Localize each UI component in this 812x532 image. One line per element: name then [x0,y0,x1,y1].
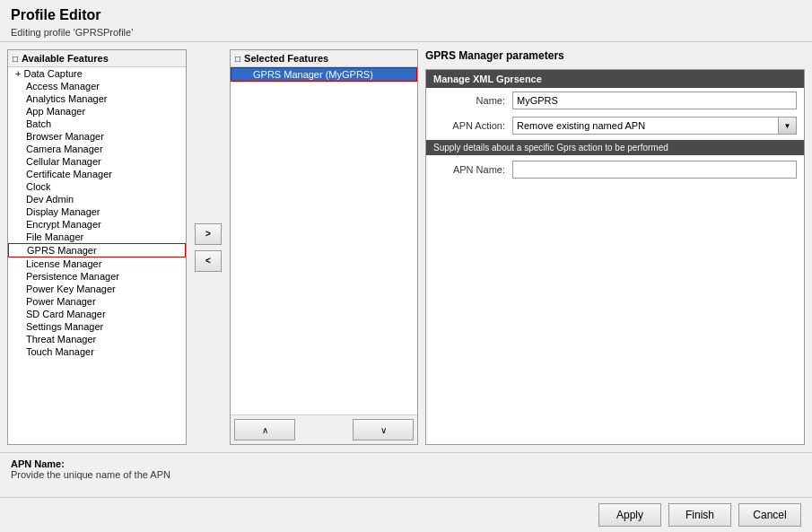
feature-item-browser-manager[interactable]: Browser Manager [8,130,186,143]
arrows-panel: > < [190,49,226,445]
cancel-button[interactable]: Cancel [738,503,801,527]
selected-collapse-icon[interactable]: □ [235,54,240,64]
feature-item-certificate-manager[interactable]: Certificate Manager [8,168,186,180]
available-panel-header: □ Available Features [8,50,186,67]
feature-item-clock[interactable]: Clock [8,180,186,193]
page-title: Profile Editor [11,7,801,23]
apn-name-row: APN Name: [426,157,804,182]
status-field-name: APN Name: [11,458,801,469]
selected-list: GPRS Manager (MyGPRS) [231,67,417,414]
selected-panel-title: Selected Features [244,53,328,64]
feature-item-encrypt-manager[interactable]: Encrypt Manager [8,218,186,231]
feature-item-camera-manager[interactable]: Camera Manager [8,143,186,155]
apn-action-select[interactable]: Remove existing named APN ▼ [512,117,797,135]
finish-button[interactable]: Finish [668,503,731,527]
main-content: □ Available Features + Data Capture Acce… [0,42,812,452]
feature-item-sd-card-manager[interactable]: SD Card Manager [8,308,186,320]
feature-item-batch[interactable]: Batch [8,118,186,130]
params-content: Manage XML Gprsence Name: APN Action: Re… [425,69,805,445]
apply-button[interactable]: Apply [598,503,661,527]
feature-item-license-manager[interactable]: License Manager [8,257,186,270]
selected-panel: □ Selected Features GPRS Manager (MyGPRS… [230,49,418,445]
feature-item-dev-admin[interactable]: Dev Admin [8,193,186,205]
apn-name-label: APN Name: [433,164,505,175]
selected-panel-footer: ∧ ∨ [231,414,417,444]
apn-action-row: APN Action: Remove existing named APN ▼ [426,113,804,138]
collapse-icon[interactable]: □ [13,54,18,64]
feature-item-persistence-manager[interactable]: Persistence Manager [8,270,186,283]
expand-icon: + [15,68,21,79]
add-feature-button[interactable]: > [195,223,222,245]
feature-item-display-manager[interactable]: Display Manager [8,205,186,218]
apn-action-label: APN Action: [433,120,505,131]
status-field-desc: Provide the unique name of the APN [11,469,801,480]
feature-item-access-manager[interactable]: Access Manager [8,80,186,92]
feature-item-threat-manager[interactable]: Threat Manager [8,333,186,345]
feature-item-settings-manager[interactable]: Settings Manager [8,320,186,333]
feature-item-app-manager[interactable]: App Manager [8,105,186,118]
feature-item-power-key-manager[interactable]: Power Key Manager [8,283,186,295]
move-down-button[interactable]: ∨ [353,419,414,440]
name-input[interactable] [512,92,797,109]
selected-container: GPRS Manager (MyGPRS) [231,67,417,414]
feature-item-file-manager[interactable]: File Manager [8,231,186,243]
feature-item-gprs-manager[interactable]: GPRS Manager [8,243,186,257]
manage-header: Manage XML Gprsence [426,70,804,88]
apn-action-value: Remove existing named APN [513,119,778,132]
apn-name-input[interactable] [512,161,797,179]
features-container: + Data Capture Access Manager Analytics … [8,67,186,444]
params-panel: GPRS Manager parameters Manage XML Gprse… [422,49,805,445]
available-panel-title: Available Features [22,53,109,64]
editing-info: Editing profile 'GPRSProfile' [11,27,801,38]
selected-panel-header: □ Selected Features [231,50,417,67]
feature-item-power-manager[interactable]: Power Manager [8,295,186,308]
page-header: Profile Editor Editing profile 'GPRSProf… [0,0,812,42]
footer: Apply Finish Cancel [0,497,812,532]
feature-item-touch-manager[interactable]: Touch Manager [8,345,186,358]
remove-feature-button[interactable]: < [195,250,222,272]
feature-item-analytics-manager[interactable]: Analytics Manager [8,92,186,105]
name-label: Name: [433,95,505,106]
move-up-button[interactable]: ∧ [234,419,295,440]
available-list: + Data Capture Access Manager Analytics … [8,67,186,444]
available-panel: □ Available Features + Data Capture Acce… [7,49,187,445]
params-title: GPRS Manager parameters [425,49,805,62]
name-row: Name: [426,88,804,113]
feature-item-cellular-manager[interactable]: Cellular Manager [8,155,186,168]
apn-action-dropdown-icon[interactable]: ▼ [778,118,796,134]
supply-info-bar: Supply details about a specific Gprs act… [426,140,804,155]
status-bar: APN Name: Provide the unique name of the… [0,452,812,497]
selected-item-gprs-manager[interactable]: GPRS Manager (MyGPRS) [231,67,417,82]
feature-group-data-capture[interactable]: + Data Capture [8,67,186,80]
